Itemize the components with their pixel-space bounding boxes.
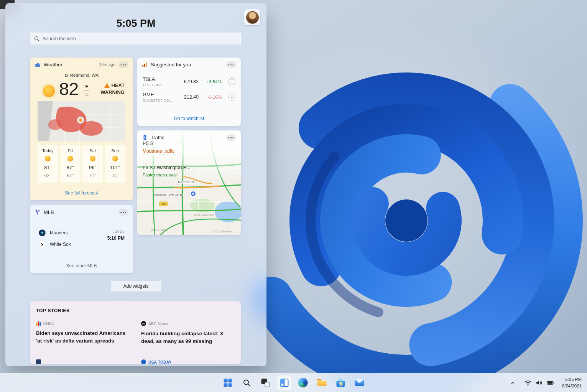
see-more-mlb-link[interactable]: See more MLB bbox=[30, 263, 133, 268]
stock-company: GAMESTOP CO... bbox=[143, 99, 176, 102]
mlb-widget[interactable]: MLB ●●● Mariners S White Sox Jun 25 5:1 bbox=[30, 205, 133, 273]
clipped-article[interactable] bbox=[36, 359, 41, 364]
warning-triangle-icon bbox=[104, 83, 110, 88]
go-to-watchlist-link[interactable]: Go to watchlist bbox=[137, 116, 241, 121]
weather-menu-button[interactable]: ●●● bbox=[118, 61, 128, 68]
mlb-menu-button[interactable]: ●●● bbox=[118, 209, 128, 216]
team-name: White Sox bbox=[50, 242, 71, 247]
mariners-logo-icon bbox=[38, 229, 46, 237]
map-label: Redmond Town Center bbox=[154, 193, 184, 196]
top-stories-section: TOP STORIES CNBC Biden says unvaccinated… bbox=[30, 301, 241, 364]
traffic-widget[interactable]: NORTH REDMOND EDUCATION HILL Redmond Red… bbox=[137, 130, 241, 235]
clipped-article[interactable]: USA TODAY bbox=[141, 359, 171, 364]
forecast-high: 96° bbox=[82, 165, 103, 170]
heat-warning: HEAT WARNING bbox=[100, 82, 125, 96]
traffic-light-icon bbox=[142, 135, 148, 140]
news-article[interactable]: CNBC Biden says unvaccinated Americans '… bbox=[36, 321, 133, 345]
mail-button[interactable] bbox=[352, 375, 367, 390]
abc-news-logo-icon: abc bbox=[141, 321, 146, 326]
taskbar-center bbox=[220, 375, 367, 390]
mlb-team-row: Mariners bbox=[38, 229, 68, 237]
traffic-route-2: I-5 S / Washington B... bbox=[143, 165, 191, 170]
battery-icon bbox=[547, 380, 554, 386]
stocks-widget[interactable]: Suggested for you ●●● TSLA TESLA, INC. 6… bbox=[137, 58, 241, 126]
sun-icon bbox=[67, 156, 73, 161]
system-tray: 5:05 PM 6/24/2021 bbox=[508, 373, 582, 392]
stock-change: +3.54% bbox=[199, 79, 222, 84]
web-search-bar[interactable] bbox=[30, 33, 241, 44]
sun-icon bbox=[45, 156, 51, 161]
forecast-low: 62° bbox=[38, 173, 58, 178]
heat-warning-line1: HEAT bbox=[112, 82, 125, 89]
clock-time: 5:05 PM bbox=[562, 376, 582, 382]
forecast-day-3: Sun 101° 74° bbox=[105, 145, 126, 183]
widgets-panel: 5:05 PM Weather 10m ago ●●● bbox=[5, 3, 266, 366]
panel-clock: 5:05 PM bbox=[5, 18, 266, 30]
article-source: USA TODAY bbox=[148, 360, 171, 364]
team-name: Mariners bbox=[50, 230, 68, 236]
highway-badge: 520 bbox=[161, 203, 166, 206]
stock-change: -3.16% bbox=[199, 95, 222, 99]
search-input[interactable] bbox=[43, 36, 237, 41]
add-widgets-button[interactable]: Add widgets bbox=[111, 281, 161, 292]
stock-row-tsla[interactable]: TSLA TESLA, INC. 679.82 +3.54% + bbox=[137, 75, 241, 88]
see-full-forecast-link[interactable]: See full forecast bbox=[30, 190, 133, 196]
forecast-high: 101° bbox=[105, 165, 126, 170]
clock-date: 6/24/2021 bbox=[562, 383, 582, 389]
stock-symbol: GME bbox=[143, 92, 176, 97]
game-date: Jun 25 bbox=[107, 229, 125, 234]
unit-celsius[interactable]: °C bbox=[84, 92, 89, 97]
weather-location: Redmond, WA bbox=[30, 73, 133, 77]
cnbc-logo-icon bbox=[36, 321, 41, 326]
weather-title: Weather bbox=[44, 62, 62, 68]
taskbar-clock[interactable]: 5:05 PM 6/24/2021 bbox=[562, 376, 582, 389]
widgets-icon bbox=[280, 379, 288, 387]
task-view-button[interactable] bbox=[258, 375, 273, 390]
weather-widget[interactable]: Weather 10m ago ●●● Redmond, WA 82 °F °C bbox=[30, 58, 133, 200]
forecast-day-label: Sun bbox=[105, 148, 126, 153]
taskbar: 5:05 PM 6/24/2021 bbox=[0, 373, 587, 392]
edge-button[interactable] bbox=[295, 375, 311, 390]
stock-price: 679.82 bbox=[176, 79, 199, 84]
forecast-high: 87° bbox=[60, 165, 81, 170]
white-sox-logo-icon: S bbox=[38, 240, 46, 248]
stock-row-gme[interactable]: GME GAMESTOP CO... 212.40 -3.16% + bbox=[137, 91, 241, 104]
weather-updated: 10m ago bbox=[99, 62, 115, 67]
unit-fahrenheit[interactable]: °F bbox=[84, 84, 89, 91]
file-explorer-button[interactable] bbox=[314, 375, 329, 390]
mlb-team-row: S White Sox bbox=[38, 240, 71, 248]
traffic-menu-button[interactable]: ●●● bbox=[226, 134, 236, 141]
add-to-watchlist-button[interactable]: + bbox=[229, 94, 235, 100]
top-stories-title: TOP STORIES bbox=[36, 308, 70, 313]
tray-chevron-button[interactable] bbox=[508, 379, 517, 387]
game-time-block: Jun 25 5:10 PM bbox=[107, 229, 125, 241]
store-button[interactable] bbox=[333, 375, 348, 390]
article-source: CNBC bbox=[43, 321, 55, 326]
windows-logo-icon bbox=[224, 379, 232, 387]
store-bag-icon bbox=[336, 379, 345, 387]
sun-icon bbox=[112, 156, 118, 161]
game-time: 5:10 PM bbox=[107, 236, 125, 241]
usa-today-logo-icon bbox=[141, 359, 146, 364]
add-to-watchlist-button[interactable]: + bbox=[229, 78, 235, 85]
forecast-day-label: Sat bbox=[82, 148, 103, 153]
avatar bbox=[246, 11, 259, 24]
widgets-button[interactable] bbox=[276, 375, 292, 390]
network-volume-battery-group[interactable] bbox=[522, 378, 557, 387]
profile-button[interactable] bbox=[244, 9, 260, 25]
current-temp: 82 bbox=[59, 78, 78, 99]
chevron-up-icon bbox=[510, 380, 515, 385]
forecast-low: 67° bbox=[60, 173, 81, 178]
forecast-day-label: Fri bbox=[60, 148, 81, 153]
news-article[interactable]: abc ABC News Florida building collapse l… bbox=[141, 321, 238, 346]
start-button[interactable] bbox=[220, 375, 235, 390]
temp-units[interactable]: °F °C bbox=[84, 83, 89, 97]
wifi-icon bbox=[525, 380, 531, 386]
stocks-menu-button[interactable]: ●●● bbox=[226, 61, 236, 68]
volume-icon bbox=[536, 380, 543, 386]
stock-company: TESLA, INC. bbox=[143, 83, 176, 87]
traffic-status-2: Faster than usual bbox=[143, 173, 177, 177]
sun-icon bbox=[90, 156, 95, 161]
search-button[interactable] bbox=[239, 375, 254, 390]
mlb-title: MLB bbox=[44, 209, 54, 215]
